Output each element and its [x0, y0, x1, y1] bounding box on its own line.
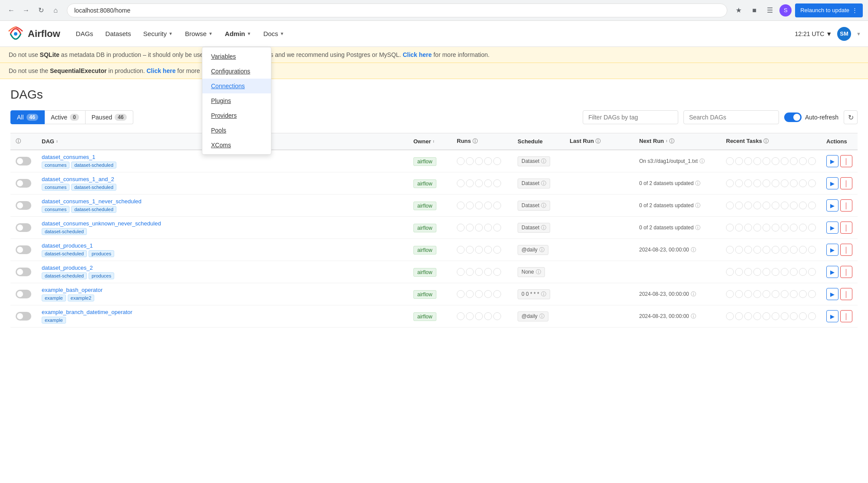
- schedule-info-icon[interactable]: ⓘ: [541, 180, 546, 187]
- th-owner-sort[interactable]: Owner ↕: [413, 138, 434, 145]
- dropdown-providers[interactable]: Providers: [202, 108, 271, 123]
- bookmark-button[interactable]: ★: [733, 4, 745, 17]
- dag-tag[interactable]: dataset-scheduled: [42, 272, 87, 279]
- dag-name-link[interactable]: dataset_consumes_1: [42, 154, 96, 160]
- th-nextrun-sort[interactable]: Next Run ↕: [639, 138, 667, 144]
- warning-sqlite-link[interactable]: Click here: [403, 51, 432, 58]
- navbar-time[interactable]: 12:21 UTC ▼: [795, 30, 832, 37]
- dag-toggle-5[interactable]: [16, 268, 31, 276]
- address-bar[interactable]: localhost:8080/home: [67, 3, 727, 17]
- warning-executor-link[interactable]: Click here: [147, 67, 176, 74]
- delete-dag-button[interactable]: │: [840, 266, 852, 278]
- dag-tag[interactable]: dataset-scheduled: [71, 184, 116, 191]
- dag-tag[interactable]: produces: [89, 250, 114, 257]
- dag-toggle-6[interactable]: [16, 290, 31, 298]
- trigger-dag-button[interactable]: ▶: [826, 155, 838, 167]
- back-button[interactable]: ←: [5, 4, 17, 17]
- next-run-info-icon[interactable]: ⓘ: [691, 246, 696, 254]
- dag-toggle-4[interactable]: [16, 245, 31, 254]
- delete-dag-button[interactable]: │: [840, 244, 852, 256]
- nav-docs[interactable]: Docs ▼: [258, 26, 289, 41]
- dag-tag[interactable]: produces: [89, 272, 114, 279]
- dag-tag[interactable]: consumes: [42, 162, 69, 169]
- dag-tag[interactable]: dataset-scheduled: [71, 206, 116, 213]
- trigger-dag-button[interactable]: ▶: [826, 199, 838, 212]
- dag-tag[interactable]: consumes: [42, 206, 69, 213]
- nav-dags[interactable]: DAGs: [71, 26, 99, 41]
- delete-dag-button[interactable]: │: [840, 288, 852, 300]
- th-toggle-info[interactable]: ⓘ: [16, 138, 21, 144]
- dropdown-plugins[interactable]: Plugins: [202, 93, 271, 108]
- dag-name-link[interactable]: example_bash_operator: [42, 287, 102, 293]
- schedule-info-icon[interactable]: ⓘ: [539, 246, 545, 254]
- delete-dag-button[interactable]: │: [840, 222, 852, 234]
- dag-tag[interactable]: dataset-scheduled: [42, 250, 87, 257]
- brand-link[interactable]: Airflow: [7, 25, 60, 43]
- nav-admin[interactable]: Admin ▼: [220, 26, 257, 41]
- tab-all[interactable]: All 46: [10, 110, 45, 124]
- home-button[interactable]: ⌂: [50, 4, 62, 17]
- trigger-dag-button[interactable]: ▶: [826, 266, 838, 278]
- dag-toggle-3[interactable]: [16, 223, 31, 232]
- next-run-info-icon[interactable]: ⓘ: [700, 158, 705, 165]
- schedule-info-icon[interactable]: ⓘ: [541, 158, 546, 165]
- dag-tag[interactable]: example: [42, 317, 66, 324]
- th-dag-sort[interactable]: DAG ↕: [42, 138, 58, 145]
- dag-tag[interactable]: consumes: [42, 184, 69, 191]
- delete-dag-button[interactable]: │: [840, 177, 852, 189]
- dag-toggle-0[interactable]: [16, 157, 31, 165]
- dag-name-link[interactable]: dataset_produces_1: [42, 242, 93, 249]
- th-lastrun-info[interactable]: ⓘ: [595, 138, 601, 144]
- dag-tag[interactable]: dataset-scheduled: [42, 228, 87, 235]
- reload-button[interactable]: ↻: [35, 4, 47, 17]
- th-nextrun-info[interactable]: ⓘ: [669, 138, 674, 144]
- next-run-info-icon[interactable]: ⓘ: [695, 180, 700, 187]
- trigger-dag-button[interactable]: ▶: [826, 310, 838, 322]
- schedule-info-icon[interactable]: ⓘ: [539, 313, 545, 320]
- trigger-dag-button[interactable]: ▶: [826, 244, 838, 256]
- dag-tag[interactable]: example: [42, 294, 66, 301]
- schedule-info-icon[interactable]: ⓘ: [541, 224, 546, 232]
- refresh-button[interactable]: ↻: [844, 110, 858, 124]
- next-run-info-icon[interactable]: ⓘ: [695, 202, 700, 209]
- dag-toggle-7[interactable]: [16, 312, 31, 321]
- dag-tag[interactable]: example2: [68, 294, 95, 301]
- dropdown-pools[interactable]: Pools: [202, 123, 271, 138]
- sidebar-button[interactable]: ☰: [764, 4, 776, 17]
- delete-dag-button[interactable]: │: [840, 310, 852, 322]
- nav-datasets[interactable]: Datasets: [100, 26, 136, 41]
- nav-security[interactable]: Security ▼: [138, 26, 178, 41]
- delete-dag-button[interactable]: │: [840, 199, 852, 212]
- search-dags-input[interactable]: [683, 110, 779, 124]
- dag-name-link[interactable]: dataset_produces_2: [42, 265, 93, 271]
- schedule-info-icon[interactable]: ⓘ: [536, 268, 541, 276]
- dag-toggle-2[interactable]: [16, 201, 31, 210]
- browser-profile-icon[interactable]: S: [779, 4, 792, 17]
- forward-button[interactable]: →: [20, 4, 32, 17]
- trigger-dag-button[interactable]: ▶: [826, 222, 838, 234]
- schedule-info-icon[interactable]: ⓘ: [541, 202, 546, 209]
- filter-tags-input[interactable]: [583, 110, 678, 124]
- navbar-avatar[interactable]: SM: [837, 27, 851, 41]
- dropdown-configurations[interactable]: Configurations: [202, 64, 271, 79]
- dropdown-connections[interactable]: Connections: [202, 79, 271, 93]
- dag-name-link[interactable]: dataset_consumes_1_never_scheduled: [42, 198, 142, 205]
- dag-name-link[interactable]: example_branch_datetime_operator: [42, 309, 132, 315]
- relaunch-button[interactable]: Relaunch to update ⋮: [795, 3, 863, 17]
- next-run-info-icon[interactable]: ⓘ: [695, 224, 700, 232]
- dag-tag[interactable]: dataset-scheduled: [71, 162, 116, 169]
- extensions-button[interactable]: ■: [748, 4, 760, 17]
- nav-browse[interactable]: Browse ▼: [180, 26, 218, 41]
- dag-name-link[interactable]: dataset_consumes_1_and_2: [42, 176, 114, 182]
- dag-toggle-1[interactable]: [16, 179, 31, 188]
- dropdown-variables[interactable]: Variables: [202, 49, 271, 64]
- delete-dag-button[interactable]: │: [840, 155, 852, 167]
- next-run-info-icon[interactable]: ⓘ: [691, 291, 696, 298]
- next-run-info-icon[interactable]: ⓘ: [691, 313, 696, 320]
- trigger-dag-button[interactable]: ▶: [826, 177, 838, 189]
- dag-name-link[interactable]: dataset_consumes_unknown_never_scheduled: [42, 220, 161, 227]
- tab-active[interactable]: Active 0: [45, 110, 86, 124]
- dropdown-xcoms[interactable]: XComs: [202, 138, 271, 152]
- tab-paused[interactable]: Paused 46: [86, 110, 133, 124]
- trigger-dag-button[interactable]: ▶: [826, 288, 838, 300]
